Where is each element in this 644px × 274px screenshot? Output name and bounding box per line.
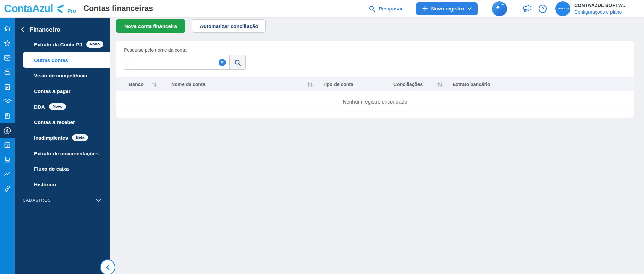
sidebar-item-label: Extrato de movimentações: [34, 151, 99, 156]
icon-rail: $ $: [0, 18, 15, 274]
sort-icon[interactable]: [307, 81, 313, 88]
chevron-left-icon: [106, 264, 110, 270]
account-search-input[interactable]: [124, 55, 229, 70]
rail-item-messages[interactable]: [0, 50, 15, 65]
delivery-cart-icon: [3, 156, 12, 164]
sparkle-icon: ✦: [495, 4, 501, 11]
novo-badge: Novo: [49, 103, 66, 110]
ai-assistant-button[interactable]: ✦ ✦: [492, 1, 507, 16]
global-search-label: Pesquisar: [379, 6, 403, 12]
new-financial-account-button[interactable]: Nova conta financeira: [116, 19, 185, 33]
column-header-extrato-bancario[interactable]: Extrato bancário: [453, 82, 627, 87]
card-footer: [116, 112, 634, 118]
sidebar-item-dda[interactable]: DDA Novo: [15, 99, 110, 114]
rail-item-pos[interactable]: [0, 65, 15, 79]
svg-text:?: ?: [541, 6, 544, 12]
home-icon: [3, 25, 12, 33]
help-button[interactable]: ?: [538, 4, 547, 13]
sidebar-item-outras-contas[interactable]: Outras contas: [23, 52, 110, 68]
sidebar-collapse-button[interactable]: [100, 259, 115, 274]
account-search-label: Pesquise pelo nome da conta: [124, 47, 634, 53]
sidebar-item-contas-a-receber[interactable]: Contas a receber: [15, 114, 110, 130]
link-icon: [3, 185, 12, 193]
megaphone-icon: [522, 4, 532, 13]
svg-text:$: $: [6, 144, 8, 147]
rail-item-store[interactable]: [0, 79, 15, 94]
rail-item-tasks[interactable]: [0, 109, 15, 123]
sidebar-item-inadimplentes[interactable]: Inadimplentes Beta: [15, 130, 110, 145]
column-label: Nome da conta: [171, 82, 205, 87]
search-icon: [234, 59, 241, 66]
dollar-circle-icon: $: [3, 126, 12, 135]
sidebar-item-contas-a-pagar[interactable]: Contas a pagar: [15, 83, 110, 99]
avatar-label: Conta Azul: [557, 7, 569, 10]
empty-state-row: Nenhum registro encontrado: [116, 91, 634, 112]
sidebar-item-label: DDA: [34, 104, 45, 110]
column-header-conciliacoes[interactable]: Conciliações: [393, 81, 453, 88]
column-header-banco[interactable]: Banco: [129, 81, 171, 88]
sidebar-item-extrato-da-conta-pj[interactable]: Extrato da Conta PJ Novo: [15, 37, 110, 52]
header-actions: Pesquisar Novo registro ✦ ✦: [369, 1, 641, 16]
sidebar-item-label: Extrato da Conta PJ: [34, 42, 82, 47]
sidebar-item-visao-de-competencia[interactable]: Visão de competência: [15, 68, 110, 83]
cadastros-label: CADASTROS: [23, 198, 51, 203]
line-chart-icon: [3, 170, 12, 178]
sidebar-item-fluxo-de-caixa[interactable]: Fluxo de caixa: [15, 161, 110, 177]
back-chevron-button[interactable]: [20, 26, 25, 33]
rail-item-deals[interactable]: [0, 94, 15, 109]
column-header-nome-da-conta[interactable]: Nome da conta: [171, 81, 323, 88]
handshake-icon: [3, 97, 12, 106]
new-record-button[interactable]: Novo registro: [416, 2, 478, 15]
chevron-left-icon: [21, 27, 24, 32]
header-divider: [515, 4, 515, 14]
rail-item-integrations[interactable]: [0, 181, 15, 196]
announcements-button[interactable]: [522, 4, 532, 13]
column-label: Tipo de conta: [323, 82, 353, 87]
accounts-table-header: Banco Nome da conta: [116, 77, 634, 91]
beta-badge: Beta: [72, 134, 88, 141]
sidebar-item-label: Contas a pagar: [34, 88, 70, 94]
sidebar-section-cadastros[interactable]: CADASTROS: [15, 193, 110, 208]
account-search-button[interactable]: [229, 55, 246, 70]
empty-state-message: Nenhum registro encontrado: [343, 99, 407, 105]
chevron-down-icon: [96, 199, 101, 202]
sidebar-item-extrato-de-movimentacoes[interactable]: Extrato de movimentações: [15, 145, 110, 161]
close-icon: ✕: [220, 60, 224, 65]
sidebar-item-label: Inadimplentes: [34, 135, 68, 141]
logo-text: ContaAzul: [4, 3, 53, 15]
sidebar-item-historico[interactable]: Histórico: [15, 177, 110, 192]
account-info: CONTAAZUL SOFTW... Configurações e plano: [574, 3, 641, 15]
chevron-down-icon: [468, 7, 472, 10]
rail-item-home[interactable]: [0, 21, 15, 36]
sidebar-header: Financeiro: [15, 23, 110, 37]
account-search-field: ✕: [124, 55, 229, 70]
plus-icon: [422, 6, 428, 12]
automate-reconciliation-button[interactable]: Automatizar conciliação: [192, 19, 266, 33]
star-icon: [3, 39, 12, 47]
search-icon: [369, 5, 375, 12]
sidebar-panel: Financeiro Extrato da Conta PJ Novo Outr…: [15, 18, 110, 274]
rail-item-billing-calendar[interactable]: $: [0, 138, 15, 152]
company-avatar[interactable]: Conta Azul: [555, 1, 570, 16]
rail-item-financial[interactable]: $: [0, 123, 15, 138]
rail-item-inventory[interactable]: [0, 152, 15, 167]
rail-item-reports[interactable]: [0, 167, 15, 181]
account-search-row: ✕: [124, 55, 634, 70]
rail-item-favorites[interactable]: [0, 36, 15, 50]
global-search-button[interactable]: Pesquisar: [369, 5, 403, 12]
page-title: Contas financeiras: [83, 4, 153, 13]
sort-icon[interactable]: [437, 81, 443, 88]
contaazul-logo[interactable]: ContaAzul Pro: [4, 3, 76, 15]
sparkle-small-icon: ✦: [501, 3, 504, 6]
sidebar-item-label: Histórico: [34, 182, 56, 187]
svg-text:$: $: [6, 129, 8, 133]
accounts-card: Pesquise pelo nome da conta ✕: [116, 41, 634, 118]
settings-plan-link[interactable]: Configurações e plano: [574, 9, 641, 15]
logo-pro-label: Pro: [67, 8, 76, 14]
sidebar-item-label: Visão de competência: [34, 73, 87, 78]
question-mark-icon: ?: [538, 4, 547, 13]
sort-icon[interactable]: [151, 81, 157, 88]
sidebar-item-label: Outras contas: [34, 57, 68, 63]
clear-search-button[interactable]: ✕: [219, 59, 226, 66]
column-header-tipo-de-conta[interactable]: Tipo de conta: [323, 82, 393, 87]
